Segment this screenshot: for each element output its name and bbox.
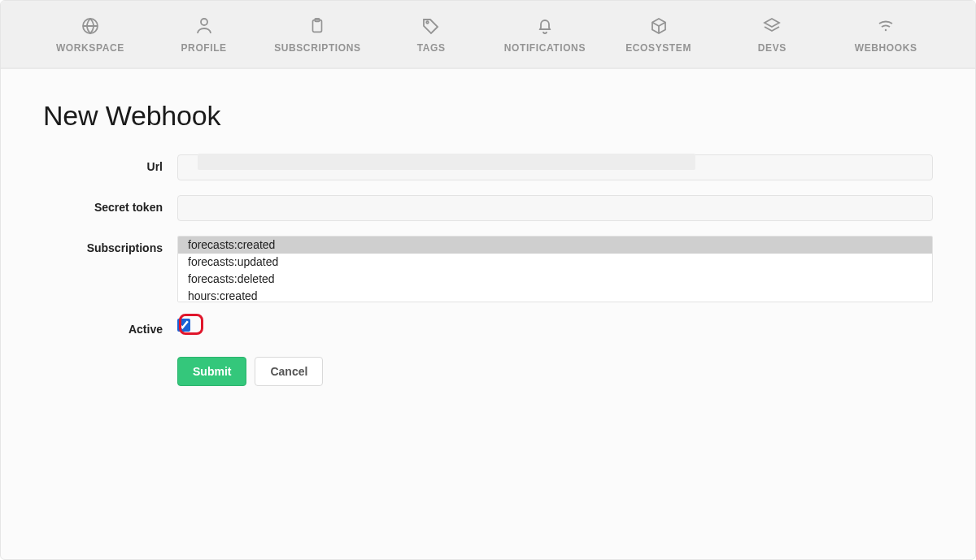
page-body: New Webhook Url Secret token Subscriptio… <box>1 69 975 386</box>
subscription-option[interactable]: forecasts:created <box>178 237 932 254</box>
wifi-icon <box>875 15 896 37</box>
form-row-secret-token: Secret token <box>43 195 933 221</box>
nav-label: NOTIFICATIONS <box>504 42 586 54</box>
tag-icon <box>421 15 441 37</box>
url-redacted-overlay <box>198 154 695 170</box>
nav-ecosystem[interactable]: ECOSYSTEM <box>614 15 704 54</box>
app-window: WORKSPACE PROFILE SUBSCRIPTIONS TAGS NOT <box>0 0 976 560</box>
clipboard-icon <box>308 15 326 37</box>
nav-label: ECOSYSTEM <box>625 42 691 54</box>
nav-label: PROFILE <box>181 42 227 54</box>
form-row-subscriptions: Subscriptions forecasts:created forecast… <box>43 236 933 302</box>
top-nav: WORKSPACE PROFILE SUBSCRIPTIONS TAGS NOT <box>1 1 975 69</box>
page-title: New Webhook <box>43 100 933 132</box>
svg-point-1 <box>201 19 207 25</box>
nav-workspace[interactable]: WORKSPACE <box>46 15 135 54</box>
nav-subscriptions[interactable]: SUBSCRIPTIONS <box>272 15 362 54</box>
active-checkbox[interactable] <box>177 319 190 332</box>
nav-notifications[interactable]: NOTIFICATIONS <box>500 15 590 54</box>
active-label: Active <box>43 317 177 336</box>
nav-label: WEBHOOKS <box>855 42 917 54</box>
subscriptions-label: Subscriptions <box>43 236 177 254</box>
cancel-button[interactable]: Cancel <box>255 357 323 386</box>
nav-label: DEVS <box>758 42 786 54</box>
subscription-option[interactable]: forecasts:updated <box>178 254 932 271</box>
nav-webhooks[interactable]: WEBHOOKS <box>841 15 930 54</box>
svg-point-5 <box>885 29 887 31</box>
nav-label: WORKSPACE <box>56 42 124 54</box>
layers-icon <box>762 15 782 37</box>
user-icon <box>194 15 214 37</box>
form-buttons: Submit Cancel <box>43 357 933 386</box>
subscription-option[interactable]: hours:created <box>178 288 932 302</box>
cube-icon <box>649 15 669 37</box>
form-row-active: Active <box>43 317 933 336</box>
nav-tags[interactable]: TAGS <box>386 15 476 54</box>
submit-button[interactable]: Submit <box>177 357 246 386</box>
nav-label: TAGS <box>417 42 446 54</box>
secret-token-label: Secret token <box>43 195 177 214</box>
nav-label: SUBSCRIPTIONS <box>274 42 360 54</box>
subscriptions-listbox[interactable]: forecasts:created forecasts:updated fore… <box>177 236 933 302</box>
url-label: Url <box>43 154 177 173</box>
svg-point-4 <box>426 21 429 24</box>
globe-icon <box>81 15 100 37</box>
subscription-option[interactable]: forecasts:deleted <box>178 271 932 288</box>
nav-profile[interactable]: PROFILE <box>159 15 249 54</box>
bell-icon <box>535 15 555 37</box>
nav-devs[interactable]: DEVS <box>727 15 817 54</box>
secret-token-input[interactable] <box>177 195 933 221</box>
